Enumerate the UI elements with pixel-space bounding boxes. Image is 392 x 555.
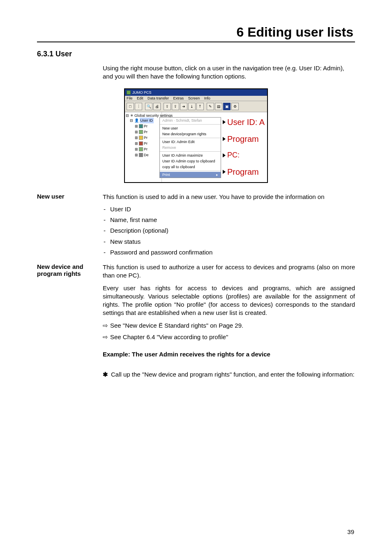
triangle-icon bbox=[223, 153, 226, 157]
list-item: New status bbox=[110, 238, 355, 246]
annot-program: Program bbox=[227, 134, 259, 143]
tree-node[interactable]: De bbox=[144, 152, 149, 158]
menu-screen[interactable]: Screen bbox=[188, 96, 200, 100]
ctx-print[interactable]: Print▸ bbox=[160, 172, 221, 178]
tree-user-id[interactable]: User ID bbox=[140, 118, 154, 123]
sidehead-new-user: New user bbox=[37, 193, 103, 200]
tool-arrow-icon[interactable]: ➜ bbox=[180, 103, 187, 110]
annot-pc: PC: bbox=[227, 151, 240, 160]
tool-new-icon[interactable]: □ bbox=[127, 103, 134, 110]
new-device-p1: This function is used to authorize a use… bbox=[103, 263, 355, 280]
tool-doc-icon[interactable]: ▤ bbox=[215, 103, 222, 110]
submenu-arrow-icon: ▸ bbox=[216, 173, 218, 177]
ctx-remove: Remove bbox=[160, 145, 221, 150]
context-menu[interactable]: Admin · Schmidt, Stefan New user New dev… bbox=[159, 117, 221, 178]
ctx-maximize[interactable]: User ID Admin maximize bbox=[160, 153, 221, 158]
tree-node[interactable]: Pr bbox=[144, 141, 148, 146]
example-heading: Example: The user Admin receives the rig… bbox=[103, 350, 355, 358]
menu-info[interactable]: Info bbox=[204, 96, 210, 100]
node-icon bbox=[139, 136, 143, 140]
tool-gear-icon[interactable]: ⚙ bbox=[231, 103, 239, 110]
tool-up-icon[interactable]: ⤒ bbox=[196, 103, 204, 110]
menubar[interactable]: File Edit Data transfer Extras Screen In… bbox=[125, 96, 267, 101]
new-device-p2: Every user has rights for access to devi… bbox=[103, 284, 355, 317]
node-icon bbox=[139, 124, 143, 128]
ctx-copy-all[interactable]: copy all to clipboard bbox=[160, 164, 221, 170]
tool-print-icon[interactable]: 🖨 bbox=[153, 103, 161, 110]
screenshot-window: JUMO PCS File Edit Data transfer Extras … bbox=[124, 88, 268, 183]
annotations: User ID: A Program PC: Program bbox=[223, 112, 267, 182]
titlebar: JUMO PCS bbox=[125, 89, 267, 96]
app-icon bbox=[127, 90, 131, 95]
nav-tree[interactable]: ⊟ ✳ Global security settings ⊟ 👤 User ID… bbox=[125, 112, 162, 182]
divider bbox=[37, 42, 355, 42]
node-icon bbox=[139, 153, 143, 157]
tool-square-icon[interactable]: ▣ bbox=[223, 103, 231, 110]
new-user-text: This function is used to add in a new us… bbox=[103, 193, 355, 201]
intro-text: Using the right mouse button, click on a… bbox=[103, 64, 355, 81]
ctx-copy-clip[interactable]: User ID Admin copy to clipboard bbox=[160, 158, 221, 164]
window-title: JUMO PCS bbox=[132, 90, 152, 95]
list-item: Description (optional) bbox=[110, 227, 355, 235]
node-icon bbox=[139, 141, 143, 146]
annot-program2: Program bbox=[227, 167, 259, 176]
list-item: Name, first name bbox=[110, 216, 355, 224]
screenshot-body: ⊟ ✳ Global security settings ⊟ 👤 User ID… bbox=[125, 112, 267, 182]
annot-userid: User ID: A bbox=[227, 118, 265, 127]
tool-export2-icon[interactable]: ⇪ bbox=[172, 103, 179, 110]
ctx-new-user[interactable]: New user bbox=[160, 125, 221, 131]
sidehead-new-device: New device and program rights bbox=[37, 263, 103, 277]
triangle-icon bbox=[223, 137, 226, 141]
menu-file[interactable]: File bbox=[127, 96, 133, 100]
node-icon bbox=[139, 147, 143, 151]
tool-tree-icon[interactable]: ⋮ bbox=[135, 103, 142, 110]
new-user-list: User ID Name, first name Description (op… bbox=[103, 205, 355, 257]
tree-node[interactable]: Pr bbox=[144, 129, 148, 135]
tool-down-icon[interactable]: ⤓ bbox=[188, 103, 196, 110]
tool-export-icon[interactable]: ⇪ bbox=[164, 103, 171, 110]
tool-preview-icon[interactable]: 🔍 bbox=[145, 103, 152, 110]
triangle-icon bbox=[223, 120, 226, 124]
page-number: 39 bbox=[347, 528, 354, 535]
triangle-icon bbox=[223, 170, 226, 174]
tree-node[interactable]: Pr bbox=[144, 135, 148, 141]
ctx-header: Admin · Schmidt, Stefan bbox=[160, 118, 221, 123]
section-heading: 6.3.1 User bbox=[37, 50, 355, 58]
ctx-edit-user[interactable]: User ID: Admin Edit bbox=[160, 139, 221, 145]
menu-extras[interactable]: Extras bbox=[173, 96, 184, 100]
node-icon bbox=[139, 130, 143, 134]
tree-node[interactable]: Pr bbox=[144, 123, 148, 129]
ctx-new-device[interactable]: New device/program rights bbox=[160, 131, 221, 137]
see-ref-2: See Chapter 6.4 "View according to profi… bbox=[103, 333, 355, 341]
list-item: User ID bbox=[110, 205, 355, 213]
list-item: Password and password confirmation bbox=[110, 248, 355, 257]
see-ref-1: See "New device Ë Standard rights" on Pa… bbox=[103, 321, 355, 330]
menu-edit[interactable]: Edit bbox=[137, 96, 143, 100]
tool-pen-icon[interactable]: ✎ bbox=[207, 103, 214, 110]
tree-node[interactable]: Pr bbox=[144, 146, 148, 152]
star-instruction: Call up the "New device and program righ… bbox=[103, 370, 355, 379]
chapter-title: 6 Editing user lists bbox=[37, 25, 355, 40]
toolbar: □ ⋮ 🔍 🖨 ⇪ ⇪ ➜ ⤓ ⤒ ✎ ▤ ▣ ⚙ bbox=[125, 101, 267, 112]
menu-datatransfer[interactable]: Data transfer bbox=[148, 96, 169, 100]
